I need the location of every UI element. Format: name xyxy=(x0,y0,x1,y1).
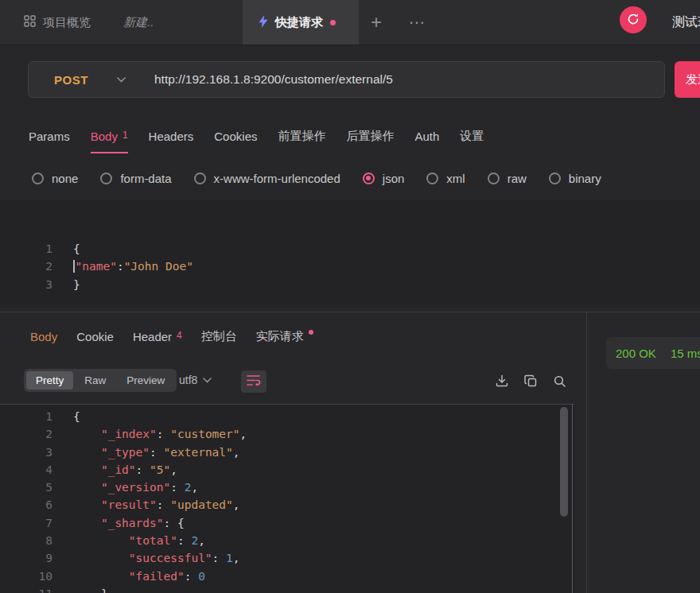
line-number: 4 xyxy=(0,461,52,479)
tab-body[interactable]: Body1 xyxy=(91,118,128,153)
project-overview-label: 项目概览 xyxy=(43,15,91,30)
encoding-select[interactable]: utf8 xyxy=(179,374,212,386)
radio-icon xyxy=(194,172,206,184)
line-number: 6 xyxy=(0,496,52,514)
search-icon xyxy=(553,374,566,388)
code-line: 5 "_version": 2, xyxy=(0,479,574,496)
code-line: 2 "_index": "customer", xyxy=(0,425,574,443)
tab-params[interactable]: Params xyxy=(29,118,70,153)
tab-quick-request[interactable]: 快捷请求 xyxy=(243,0,359,45)
response-tab-cookie[interactable]: Cookie xyxy=(76,330,114,343)
line-number: 7 xyxy=(0,514,52,532)
header-count-badge: 4 xyxy=(177,330,182,341)
radio-xml[interactable]: xml xyxy=(426,172,465,185)
view-preview-button[interactable]: Preview xyxy=(117,371,174,390)
line-number: 11 xyxy=(0,585,52,593)
more-tabs-button[interactable]: ⋯ xyxy=(409,0,426,45)
tab-auth[interactable]: Auth xyxy=(414,118,439,153)
radio-form-data[interactable]: form-data xyxy=(100,172,171,185)
tab-pre-operations[interactable]: 前置操作 xyxy=(278,118,325,153)
tab-cookies[interactable]: Cookies xyxy=(214,118,257,153)
code-line: 10 "failed": 0 xyxy=(0,568,574,585)
tab-quick-request-label: 快捷请求 xyxy=(275,15,323,30)
line-number: 3 xyxy=(0,276,52,293)
download-button[interactable] xyxy=(495,374,509,388)
code-line: 3 "_type": "external", xyxy=(0,444,574,461)
sync-button[interactable] xyxy=(620,6,647,33)
body-type-radio-group: none form-data x-www-form-urlencoded jso… xyxy=(32,164,601,192)
code-line: 9 "successful": 1, xyxy=(0,549,574,567)
refresh-icon xyxy=(626,12,640,29)
radio-icon xyxy=(100,172,112,184)
radio-icon xyxy=(363,172,375,184)
response-time: 15 ms xyxy=(671,347,700,360)
line-number: 5 xyxy=(0,479,52,496)
tab-headers[interactable]: Headers xyxy=(149,118,194,153)
request-body-editor[interactable]: 1{2"name":"John Doe"3} xyxy=(0,200,700,306)
radio-none[interactable]: none xyxy=(32,172,78,185)
tab-new-request[interactable]: 新建.. xyxy=(123,0,154,45)
view-raw-button[interactable]: Raw xyxy=(75,371,115,390)
line-number: 9 xyxy=(0,549,52,567)
copy-icon xyxy=(524,374,538,388)
radio-x-www-form-urlencoded[interactable]: x-www-form-urlencoded xyxy=(194,172,340,185)
radio-icon xyxy=(549,172,561,184)
word-wrap-icon xyxy=(247,374,261,389)
environment-selector[interactable]: 测试环 xyxy=(672,0,700,45)
line-number: 3 xyxy=(0,444,52,461)
url-input[interactable]: http://192.168.1.8:9200/customer/externa… xyxy=(148,72,664,87)
radio-icon xyxy=(426,172,438,184)
method-select[interactable]: POST xyxy=(29,73,148,87)
code-line: 6 "result": "updated", xyxy=(0,496,574,514)
view-mode-group: Pretty Raw Preview xyxy=(24,369,177,392)
response-actions xyxy=(495,374,566,388)
method-label: POST xyxy=(54,73,88,87)
line-number: 2 xyxy=(0,425,52,443)
radio-raw[interactable]: raw xyxy=(488,172,527,185)
code-line: 1{ xyxy=(0,240,700,258)
tab-post-operations[interactable]: 后置操作 xyxy=(346,118,394,153)
copy-button[interactable] xyxy=(524,374,538,388)
code-line: 1{ xyxy=(0,408,574,425)
add-tab-button[interactable]: + xyxy=(371,0,382,45)
grid-icon xyxy=(24,15,36,29)
line-number: 1 xyxy=(0,240,52,258)
response-tab-body[interactable]: Body xyxy=(30,330,57,343)
line-number: 8 xyxy=(0,532,52,549)
response-tab-console[interactable]: 控制台 xyxy=(201,329,237,344)
vertical-divider xyxy=(586,312,587,593)
body-count-badge: 1 xyxy=(122,130,128,141)
notice-dot-icon xyxy=(309,330,313,335)
response-body-editor[interactable]: 1{2 "_index": "customer",3 "_type": "ext… xyxy=(0,404,574,593)
response-scrollbar[interactable] xyxy=(560,407,568,517)
response-tabs: Body Cookie Header4 控制台 实际请求 xyxy=(30,320,313,353)
word-wrap-button[interactable] xyxy=(241,370,266,393)
code-line: 2"name":"John Doe" xyxy=(0,258,700,275)
search-button[interactable] xyxy=(553,374,566,388)
radio-icon xyxy=(488,172,500,184)
code-line: 11 }, xyxy=(0,585,574,593)
code-line: 7 "_shards": { xyxy=(0,514,574,532)
status-code: 200 OK xyxy=(616,347,656,360)
radio-json[interactable]: json xyxy=(363,172,405,185)
download-icon xyxy=(495,374,509,388)
line-number: 2 xyxy=(0,258,52,275)
line-number: 10 xyxy=(0,568,52,585)
view-pretty-button[interactable]: Pretty xyxy=(26,371,73,390)
project-overview-button[interactable]: 项目概览 xyxy=(24,0,91,45)
response-toolbar: Pretty Raw Preview utf8 xyxy=(0,369,574,394)
editor-edge-line xyxy=(572,404,573,593)
radio-binary[interactable]: binary xyxy=(549,172,601,185)
api-client-app: 项目概览 新建.. 快捷请求 + ⋯ 测试环 POST xyxy=(0,0,700,593)
chevron-down-icon xyxy=(203,378,212,383)
chevron-down-icon xyxy=(117,77,126,83)
response-tab-actual-request[interactable]: 实际请求 xyxy=(256,329,313,344)
response-tab-header[interactable]: Header4 xyxy=(133,330,182,343)
tab-settings[interactable]: 设置 xyxy=(460,118,484,153)
horizontal-divider xyxy=(0,312,700,312)
code-line: 3} xyxy=(0,276,700,293)
radio-icon xyxy=(32,172,44,184)
text-caret xyxy=(73,260,75,273)
code-line: 4 "_id": "5", xyxy=(0,461,574,479)
send-button[interactable]: 发送 xyxy=(675,61,700,98)
